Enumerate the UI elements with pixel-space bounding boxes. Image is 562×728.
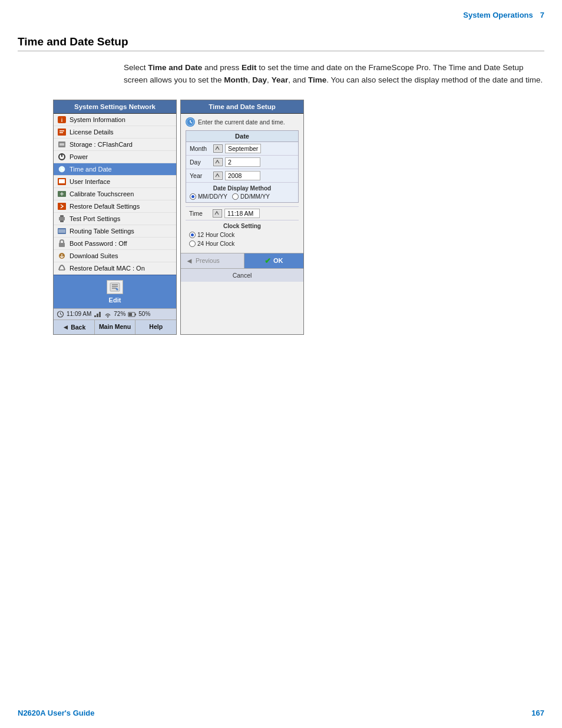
- menu-item-storage[interactable]: Storage : CFIashCard: [54, 139, 176, 151]
- day-edit-button[interactable]: [213, 158, 223, 166]
- previous-button[interactable]: ◄ Previous: [181, 253, 244, 268]
- body-text-6: , and: [288, 75, 308, 84]
- svg-rect-19: [59, 217, 65, 220]
- menu-item-label: Calibrate Touchscreen: [70, 190, 134, 197]
- page-header: System Operations 7: [463, 11, 544, 19]
- svg-rect-24: [59, 243, 65, 247]
- body-bold-timedate: Time and Date: [148, 63, 202, 72]
- year-value: 2008: [225, 171, 260, 180]
- radio-24hour[interactable]: 24 Hour Clock: [189, 241, 295, 247]
- radio-12hour[interactable]: 12 Hour Clock: [189, 232, 295, 238]
- menu-item-label: Restore Default Settings: [70, 203, 140, 210]
- power-icon: [57, 153, 67, 161]
- clock-radio-col: 12 Hour Clock 24 Hour Clock: [189, 232, 295, 247]
- radio-mmddyy-circle[interactable]: [190, 193, 196, 200]
- section-title: Time and Date Setup: [18, 35, 544, 51]
- menu-item-label: Routing Table Settings: [70, 228, 134, 235]
- menu-item-boot-password[interactable]: Boot Password : Off: [54, 238, 176, 250]
- menu-item-system-info[interactable]: i System Information: [54, 114, 176, 126]
- radio-24hour-label: 24 Hour Clock: [197, 241, 234, 247]
- year-row: Year 2008: [186, 169, 298, 183]
- menu-item-restore[interactable]: Restore Default Settings: [54, 200, 176, 213]
- ui-icon: [57, 177, 67, 186]
- day-value: 2: [225, 157, 260, 167]
- date-display-section: Date Display Method MM/DD/YY DD/MM/YY: [186, 183, 298, 202]
- radio-mmddyy-label: MM/DD/YY: [198, 193, 227, 200]
- menu-item-label: License Details: [70, 129, 114, 136]
- time-edit-button[interactable]: [213, 209, 222, 218]
- menu-item-download[interactable]: Download Suites: [54, 250, 176, 262]
- body-text-2: and press: [202, 63, 242, 72]
- svg-point-34: [107, 317, 108, 318]
- date-display-title: Date Display Method: [190, 185, 295, 192]
- nav-bar: ◄ Back Main Menu Help: [54, 319, 176, 334]
- menu-item-license[interactable]: License Details: [54, 126, 176, 139]
- right-panel-header: Time and Date Setup: [181, 100, 303, 114]
- menu-item-test-port[interactable]: Test Port Settings: [54, 213, 176, 225]
- page-footer: N2620A User's Guide 167: [18, 709, 544, 717]
- date-section: Date Month September Day: [186, 130, 299, 203]
- time-icon: [57, 165, 67, 173]
- menu-item-label: Restore Default MAC : On: [70, 265, 145, 272]
- radio-ddmmyy-circle[interactable]: [232, 193, 239, 200]
- menu-item-label: Test Port Settings: [70, 215, 120, 222]
- day-label: Day: [190, 159, 211, 166]
- check-icon: ✔: [265, 256, 271, 265]
- help-button[interactable]: Help: [135, 320, 176, 334]
- month-edit-button[interactable]: [213, 144, 223, 153]
- menu-item-power[interactable]: Power: [54, 151, 176, 163]
- svg-rect-17: [58, 203, 66, 210]
- menu-item-user-interface[interactable]: User Interface: [54, 176, 176, 188]
- back-arrow-icon: ◄: [62, 323, 69, 331]
- ok-button[interactable]: ✔ OK: [244, 253, 304, 268]
- svg-rect-31: [94, 315, 96, 317]
- back-label: Back: [71, 324, 85, 331]
- main-content: Time and Date Setup Select Time and Date…: [18, 35, 544, 335]
- back-button[interactable]: ◄ Back: [54, 320, 95, 334]
- cancel-button[interactable]: Cancel: [181, 268, 303, 282]
- svg-rect-44: [214, 210, 221, 216]
- svg-rect-33: [99, 312, 101, 317]
- svg-rect-43: [214, 173, 222, 179]
- header-page-number: 7: [540, 11, 544, 19]
- right-panel-body: Enter the current date and time. Date Mo…: [181, 114, 303, 253]
- restore-icon: [57, 202, 67, 210]
- status-bar: 11:09 AM 72% 50%: [54, 308, 176, 319]
- edit-bar: Edit: [54, 275, 176, 308]
- radio-24hour-circle[interactable]: [189, 241, 196, 247]
- radio-12hour-circle[interactable]: [189, 232, 196, 238]
- svg-rect-27: [110, 283, 120, 291]
- svg-rect-42: [214, 159, 222, 165]
- menu-item-time-date[interactable]: Time and Date: [54, 163, 176, 176]
- menu-item-restore-mac[interactable]: Restore Default MAC : On: [54, 262, 176, 275]
- radio-mmddyy[interactable]: MM/DD/YY: [190, 193, 227, 200]
- body-bold-time: Time: [308, 75, 326, 84]
- body-text-1: Select: [124, 63, 148, 72]
- body-paragraph: Select Time and Date and press Edit to s…: [18, 62, 544, 87]
- body-text-5: ,: [267, 75, 272, 84]
- svg-rect-32: [97, 314, 98, 317]
- status-clock-icon: [57, 311, 64, 318]
- radio-ddmmyy[interactable]: DD/MM/YY: [232, 193, 270, 200]
- routing-icon: [57, 227, 67, 235]
- svg-rect-2: [58, 129, 66, 136]
- right-bottom-bar: ◄ Previous ✔ OK: [181, 253, 303, 268]
- status-time: 11:09 AM: [67, 311, 91, 317]
- prev-label: Previous: [196, 257, 220, 264]
- battery2-pct: 50%: [138, 311, 150, 317]
- menu-item-label: Download Suites: [70, 252, 118, 259]
- month-value: September: [225, 144, 261, 153]
- battery-icon: [128, 311, 136, 318]
- cancel-label: Cancel: [233, 272, 252, 279]
- menu-item-calibrate[interactable]: Calibrate Touchscreen: [54, 188, 176, 200]
- battery-pct: 72%: [114, 311, 125, 317]
- main-menu-button[interactable]: Main Menu: [95, 320, 136, 334]
- menu-item-label: Storage : CFIashCard: [70, 141, 133, 148]
- header-title: System Operations: [463, 11, 533, 19]
- year-edit-button[interactable]: [213, 172, 223, 180]
- menu-item-routing[interactable]: Routing Table Settings: [54, 225, 176, 238]
- radio-12hour-label: 12 Hour Clock: [197, 232, 234, 238]
- test-icon: [57, 215, 67, 223]
- download-icon: [57, 252, 67, 260]
- menu-item-label: User Interface: [70, 178, 110, 185]
